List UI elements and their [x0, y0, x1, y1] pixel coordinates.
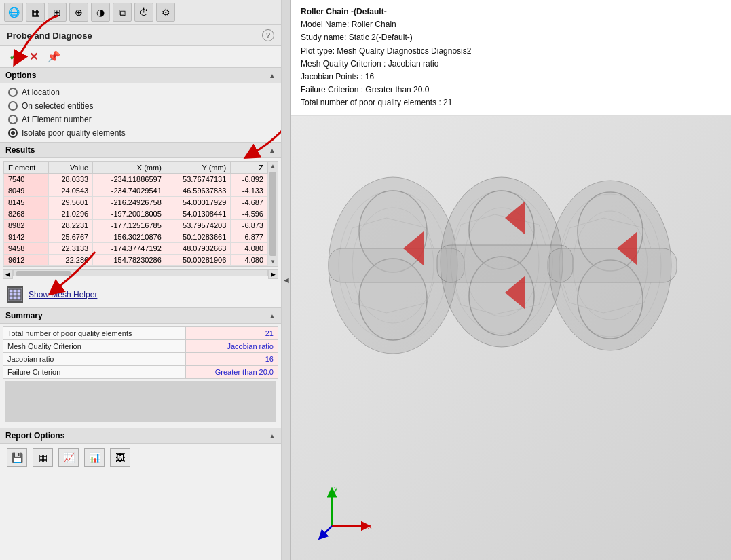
- summary-row: Failure CriterionGreater than 20.0: [3, 366, 278, 379]
- chart-icon[interactable]: ◑: [91, 3, 110, 22]
- radio-at-element[interactable]: [8, 115, 18, 124]
- table-cell: 48.07932663: [166, 243, 231, 255]
- radio-isolate[interactable]: [8, 128, 18, 138]
- option-at-element[interactable]: At Element number: [8, 115, 273, 124]
- hscroll-row: ◀ ▶: [3, 269, 278, 279]
- option-at-location[interactable]: At location: [8, 88, 273, 97]
- table-cell: -156.30210876: [93, 231, 166, 243]
- option-on-selected[interactable]: On selected entities: [8, 101, 273, 111]
- panel-content: Options ▲ At location On selected entiti…: [0, 67, 281, 560]
- table-row[interactable]: 945822.3133-174.3774719248.079326634.080: [4, 243, 268, 255]
- copy-icon[interactable]: ⧉: [113, 3, 132, 22]
- table-cell: 21.0296: [48, 208, 92, 220]
- vscroll-thumb: [269, 172, 276, 256]
- table-cell: 54.01308441: [166, 208, 231, 220]
- help-button[interactable]: ?: [262, 29, 274, 41]
- table-cell: -216.24926758: [93, 197, 166, 208]
- summary-section: Summary ▲ Total number of poor quality e…: [0, 307, 281, 428]
- grid-icon[interactable]: ⊞: [48, 3, 67, 22]
- info-line: Jacobian Points : 16: [301, 71, 721, 83]
- globe-icon[interactable]: 🌐: [4, 3, 23, 22]
- options-section: Options ▲ At location On selected entiti…: [0, 67, 281, 142]
- summary-body: Total number of poor quality elements21M…: [0, 324, 281, 428]
- hscroll-right[interactable]: ▶: [268, 269, 278, 279]
- summary-value: 21: [186, 327, 278, 340]
- table-cell: 24.0543: [48, 185, 92, 197]
- summary-key: Failure Criterion: [3, 366, 186, 379]
- report-options-header[interactable]: Report Options ▲: [0, 428, 281, 444]
- summary-key: Mesh Quality Criterion: [3, 340, 186, 353]
- clock-icon[interactable]: ⏱: [134, 3, 153, 22]
- table-cell: 28.2231: [48, 220, 92, 231]
- pin-button[interactable]: 📌: [46, 49, 61, 64]
- summary-row: Jacobian ratio16: [3, 353, 278, 366]
- results-table-wrap[interactable]: Element Value X (mm) Y (mm) Z 754028.033…: [3, 162, 268, 266]
- target-icon[interactable]: ⊕: [69, 3, 88, 22]
- hscroll-left[interactable]: ◀: [3, 269, 13, 279]
- col-y: Y (mm): [166, 162, 231, 174]
- radio-at-location[interactable]: [8, 88, 18, 97]
- info-text-area: Roller Chain -(Default-Model Name: Rolle…: [291, 0, 731, 116]
- summary-value: 16: [186, 353, 278, 366]
- report-options-section: Report Options ▲ 💾 ▦ 📈 📊 🖼: [0, 428, 281, 471]
- table-row[interactable]: 914225.6767-156.3021087650.10283661-6.87…: [4, 231, 268, 243]
- table-row[interactable]: 804924.0543-234.7402954146.59637833-4.13…: [4, 185, 268, 197]
- table-cell: 46.59637833: [166, 185, 231, 197]
- svg-text:x: x: [368, 522, 372, 530]
- table-row[interactable]: 814529.5601-216.2492675854.00017929-4.68…: [4, 197, 268, 208]
- table-row[interactable]: 826821.0296-197.2001800554.01308441-4.59…: [4, 208, 268, 220]
- panel-title: Probe and Diagnose: [7, 31, 92, 41]
- table-row[interactable]: 961222.286-154.7823028650.002819064.080: [4, 255, 268, 266]
- info-line: Study name: Static 2(-Default-): [301, 31, 721, 44]
- confirm-button[interactable]: ✓: [5, 49, 20, 64]
- table-row[interactable]: 754028.0333-234.1188659753.76747131-6.89…: [4, 174, 268, 185]
- options-title: Options: [5, 71, 36, 80]
- table-cell: 4.080: [231, 243, 268, 255]
- options-chevron: ▲: [269, 72, 276, 79]
- vscroll-down[interactable]: ▼: [269, 257, 277, 266]
- table-cell: 50.10283661: [166, 231, 231, 243]
- table-cell: 25.6767: [48, 231, 92, 243]
- summary-spacer: [5, 381, 276, 422]
- table-row[interactable]: 898228.2231-177.1251678553.79574203-6.87…: [4, 220, 268, 231]
- cancel-button[interactable]: ✕: [26, 49, 41, 64]
- option-isolate[interactable]: Isolate poor quality elements: [8, 128, 273, 138]
- panel-divider[interactable]: ◀: [282, 0, 291, 560]
- vscroll-up[interactable]: ▲: [269, 162, 277, 170]
- summary-table: Total number of poor quality elements21M…: [3, 326, 278, 379]
- table-cell: -6.877: [231, 231, 268, 243]
- radio-on-selected[interactable]: [8, 101, 18, 111]
- table-cell: -234.74029541: [93, 185, 166, 197]
- filter-icon[interactable]: ⚙: [156, 3, 175, 22]
- summary-key: Jacobian ratio: [3, 353, 186, 366]
- report-save-btn[interactable]: 💾: [7, 448, 27, 467]
- mesh-helper-label[interactable]: Show Mesh Helper: [29, 290, 97, 299]
- table-cell: 50.00281906: [166, 255, 231, 266]
- info-line: Failure Criterion : Greater than 20.0: [301, 83, 721, 96]
- table-cell: 22.3133: [48, 243, 92, 255]
- options-body: At location On selected entities At Elem…: [0, 83, 281, 142]
- results-chevron: ▲: [269, 147, 276, 154]
- col-x: X (mm): [93, 162, 166, 174]
- table-cell: 8982: [4, 220, 49, 231]
- report-options-title: Report Options: [5, 431, 64, 441]
- summary-value: Jacobian ratio: [186, 340, 278, 353]
- report-bar-chart-btn[interactable]: 📊: [84, 448, 105, 467]
- report-line-chart-btn[interactable]: 📈: [58, 448, 79, 467]
- table-cell: -174.37747192: [93, 243, 166, 255]
- report-table-btn[interactable]: ▦: [33, 448, 53, 467]
- label-at-location: At location: [22, 88, 60, 97]
- actions-row: ✓ ✕ 📌: [0, 46, 281, 67]
- table-cell: -4.596: [231, 208, 268, 220]
- summary-header[interactable]: Summary ▲: [0, 307, 281, 324]
- svg-line-29: [322, 526, 332, 536]
- summary-value: Greater than 20.0: [186, 366, 278, 379]
- report-body: 💾 ▦ 📈 📊 🖼: [0, 444, 281, 471]
- table-icon[interactable]: ▦: [26, 3, 45, 22]
- table-cell: 4.080: [231, 255, 268, 266]
- table-cell: 9458: [4, 243, 49, 255]
- viewport[interactable]: x y: [291, 116, 731, 561]
- report-image-btn[interactable]: 🖼: [110, 448, 130, 467]
- results-header[interactable]: Results ▲: [0, 142, 281, 158]
- options-header[interactable]: Options ▲: [0, 67, 281, 83]
